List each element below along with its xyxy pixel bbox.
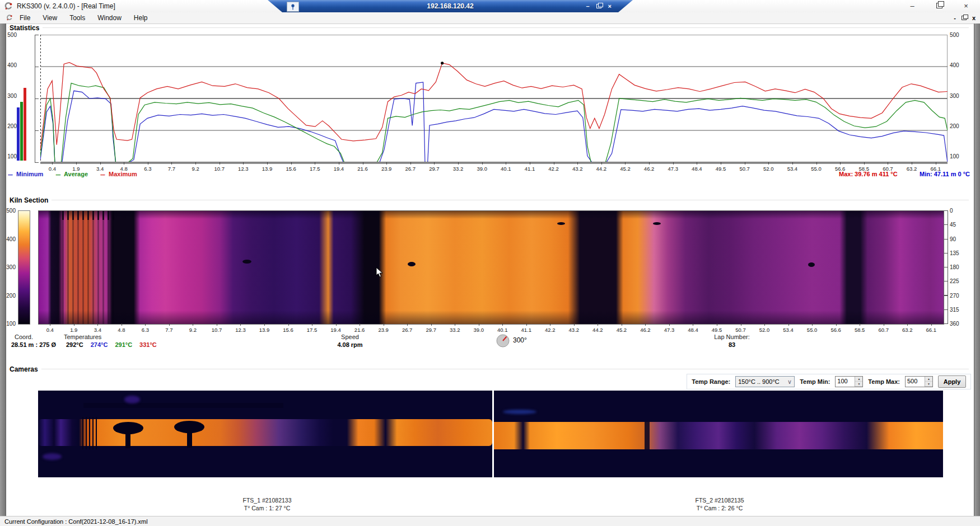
camera1-smudge — [43, 453, 62, 460]
temp-max-label: Temp Max: — [868, 378, 900, 385]
x-tick-label: 48.4 — [681, 325, 705, 333]
x-tick-label: 49.5 — [709, 164, 733, 172]
spin-down-icon[interactable]: ▼ — [855, 382, 862, 387]
x-tick-label: 41.1 — [518, 164, 542, 172]
x-tick-label: 49.5 — [705, 325, 729, 333]
temp-max-spinner[interactable]: ▲▼ — [925, 377, 932, 387]
y-axis-label: 400 — [3, 62, 17, 68]
window-title: RKS300 (v. 2.4.0.0) - [Real Time] — [17, 0, 115, 12]
angle-label: 45 — [950, 222, 959, 228]
menu-item[interactable]: Help — [128, 12, 154, 24]
x-tick-label: 44.2 — [586, 325, 610, 333]
mdi-minimize-button[interactable]: - — [954, 15, 956, 21]
x-tick-label: 41.1 — [515, 325, 539, 333]
x-tick-label: 21.6 — [351, 164, 375, 172]
x-tick-label: 3.4 — [86, 325, 110, 333]
stats-y-axis-line — [35, 35, 39, 163]
rotation-angle-value: 300° — [513, 336, 527, 344]
x-tick-label: 26.7 — [395, 325, 419, 333]
temp-min-input[interactable]: 100 ▲▼ — [835, 376, 863, 387]
x-tick-label: 50.7 — [732, 164, 757, 172]
x-tick-label: 9.2 — [181, 325, 205, 333]
angle-label: 315 — [950, 307, 959, 313]
apply-button[interactable]: Apply — [938, 375, 966, 388]
camera-1-id: FTS_1 #21082133 — [206, 496, 329, 504]
temp-max-input[interactable]: 500 ▲▼ — [905, 376, 933, 387]
temp-max-value: 500 — [906, 377, 925, 387]
legend-item: --- Minimum — [8, 171, 43, 177]
x-tick-label: 40.1 — [491, 325, 515, 333]
x-tick-label: 48.4 — [685, 164, 709, 172]
menu-item[interactable]: File — [13, 12, 36, 24]
x-tick-label: 47.3 — [661, 164, 685, 172]
camera-2-caption: FTS_2 #21082135 T° Cam : 2: 26 °C — [658, 496, 781, 512]
menu-item[interactable]: View — [36, 12, 63, 24]
temp-min-spinner[interactable]: ▲▼ — [855, 377, 862, 387]
x-tick-label: 52.0 — [757, 164, 781, 172]
x-tick-label: 4.8 — [110, 325, 134, 333]
camera1-grille-shadow — [82, 417, 99, 450]
camera-temp-controls: Temp Range: 150°C .. 900°C ∨ Temp Min: 1… — [687, 374, 971, 389]
camera1-support-silhouette — [187, 430, 192, 448]
x-tick-label: 50.7 — [729, 325, 753, 333]
x-tick-label: 40.1 — [494, 164, 518, 172]
kiln-cold-spot — [242, 260, 251, 264]
x-tick-label: 29.7 — [419, 325, 443, 333]
window-minimize-button[interactable]: – — [906, 1, 918, 11]
x-tick-label: 6.3 — [136, 164, 160, 172]
window-close-button[interactable]: × — [960, 1, 972, 11]
mouse-cursor — [376, 267, 384, 278]
kiln-scale-labels: 500400300200100 — [2, 208, 16, 327]
x-tick-label: 39.0 — [470, 164, 494, 172]
kiln-texture-ridges — [62, 211, 115, 324]
max-marker-dot — [441, 62, 444, 64]
rotation-gauge-icon — [496, 334, 510, 348]
x-tick-label: 43.2 — [566, 164, 590, 172]
menu-item[interactable]: Window — [91, 12, 128, 24]
temp-range-select[interactable]: 150°C .. 900°C ∨ — [735, 376, 795, 387]
x-tick-label: 19.4 — [324, 325, 348, 333]
coord-label: Coord. — [15, 334, 33, 340]
statistics-section-line — [8, 27, 969, 28]
connection-close-button[interactable]: × — [608, 0, 612, 12]
kiln-section-title: Kiln Section — [10, 196, 52, 204]
temp-range-label: Temp Range: — [692, 378, 730, 385]
temperature-value: 274°C — [91, 341, 108, 348]
spin-down-icon[interactable]: ▼ — [925, 382, 932, 387]
scale-label: 400 — [2, 236, 16, 242]
x-tick-label: 15.6 — [279, 164, 303, 172]
temp-min-value: 100 — [836, 377, 855, 387]
document-icon — [6, 14, 13, 22]
kiln-angle-axis: 04590135180225270315360 — [950, 208, 959, 327]
angle-label: 225 — [950, 278, 959, 284]
menu-item[interactable]: Tools — [63, 12, 91, 24]
x-tick-label: 58.5 — [848, 325, 872, 333]
camera-1-temp: T° Cam : 1: 27 °C — [206, 504, 329, 512]
x-tick-label: 12.3 — [228, 325, 253, 333]
kiln-cold-spot — [408, 262, 416, 266]
connection-minimize-button[interactable]: – — [586, 0, 589, 12]
camera1-support-silhouette — [125, 430, 130, 448]
current-configuration-text: Current Configuration : Conf(2021-12-08_… — [4, 518, 148, 525]
spin-up-icon[interactable]: ▲ — [855, 377, 862, 382]
app-icon — [4, 2, 13, 11]
statistics-chart — [40, 35, 948, 162]
connection-restore-button[interactable] — [596, 0, 601, 12]
mdi-restore-button[interactable] — [962, 15, 967, 21]
connection-pin-button[interactable] — [287, 2, 299, 12]
current-value-bar — [17, 107, 20, 161]
y-axis-label: 200 — [3, 123, 17, 129]
camera1-kiln-shell-band — [38, 419, 492, 446]
x-tick-label: 23.9 — [375, 164, 399, 172]
y-axis-label: 300 — [950, 93, 963, 99]
mdi-close-button[interactable]: x — [972, 15, 976, 21]
stats-x-axis: 0.41.93.44.86.37.79.210.712.313.915.617.… — [40, 164, 948, 172]
camera2-kiln-shell-band — [494, 422, 943, 450]
scale-label: 200 — [2, 293, 16, 299]
spin-up-icon[interactable]: ▲ — [925, 377, 932, 382]
x-tick-label: 6.3 — [133, 325, 157, 333]
series-maximum — [40, 63, 948, 150]
y-axis-label: 200 — [950, 123, 963, 129]
window-restore-button[interactable] — [933, 1, 945, 11]
x-tick-label: 21.6 — [348, 325, 372, 333]
